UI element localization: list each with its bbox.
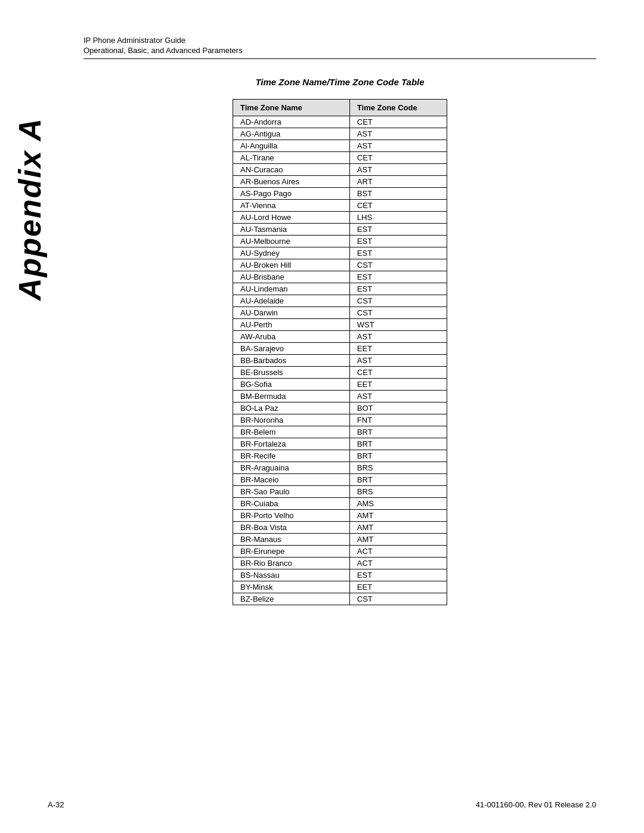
table-row: AU-Broken HillCST: [233, 259, 447, 271]
timezone-name: BR-Boa Vista: [233, 522, 350, 534]
timezone-name: AT-Vienna: [233, 200, 350, 212]
timezone-code: BRT: [349, 450, 447, 462]
timezone-name: BR-Araguaina: [233, 462, 350, 474]
table-row: BR-EirunepeACT: [233, 546, 447, 558]
timezone-name: BG-Sofia: [233, 379, 350, 391]
timezone-code: CST: [349, 307, 447, 319]
table-row: BR-BelemBRT: [233, 426, 447, 438]
timezone-name: BR-Cuiaba: [233, 498, 350, 510]
timezone-name: AL-Tirane: [233, 152, 350, 164]
table-header-row: Time Zone Name Time Zone Code: [233, 100, 447, 116]
timezone-code: AST: [349, 128, 447, 140]
timezone-name: BR-Recife: [233, 450, 350, 462]
appendix-label: Appendix A: [12, 117, 48, 301]
timezone-code: LHS: [349, 212, 447, 224]
table-body: AD-AndorraCETAG-AntiguaASTAl-AnguillaAST…: [233, 116, 447, 605]
timezone-name: BR-Sao Paulo: [233, 486, 350, 498]
timezone-name: BR-Fortaleza: [233, 438, 350, 450]
timezone-name: BB-Barbados: [233, 355, 350, 367]
table-row: BR-AraguainaBRS: [233, 462, 447, 474]
table-row: BS-NassauEST: [233, 569, 447, 581]
timezone-code: EET: [349, 343, 447, 355]
table-row: BR-ManausAMT: [233, 534, 447, 546]
timezone-code: AMT: [349, 522, 447, 534]
timezone-code: AMT: [349, 534, 447, 546]
table-row: Al-AnguillaAST: [233, 140, 447, 152]
timezone-code: CET: [349, 116, 447, 128]
timezone-name: AG-Antigua: [233, 128, 350, 140]
timezone-name: BR-Maceio: [233, 474, 350, 486]
timezone-code: EST: [349, 247, 447, 259]
timezone-code: BRT: [349, 474, 447, 486]
timezone-code: ART: [349, 176, 447, 188]
table-row: AU-DarwinCST: [233, 307, 447, 319]
timezone-code: EST: [349, 283, 447, 295]
table-row: AU-Lord HoweLHS: [233, 212, 447, 224]
table-row: AU-BrisbaneEST: [233, 271, 447, 283]
table-row: BR-Sao PauloBRS: [233, 486, 447, 498]
timezone-name: BR-Manaus: [233, 534, 350, 546]
timezone-code: CST: [349, 259, 447, 271]
timezone-code: CST: [349, 295, 447, 307]
appendix-sidebar: Appendix A: [12, 89, 48, 328]
timezone-code: EST: [349, 271, 447, 283]
timezone-name: AR-Buenos Aires: [233, 176, 350, 188]
footer-left: A-32: [48, 800, 64, 809]
timezone-name: BR-Belem: [233, 426, 350, 438]
table-row: AU-SydneyEST: [233, 247, 447, 259]
table-row: BR-Porto VelhoAMT: [233, 510, 447, 522]
table-row: AG-AntiguaAST: [233, 128, 447, 140]
timezone-code: AST: [349, 164, 447, 176]
timezone-code: BST: [349, 188, 447, 200]
table-row: AN-CuracaoAST: [233, 164, 447, 176]
timezone-code: CET: [349, 200, 447, 212]
table-row: BZ-BelizeCST: [233, 593, 447, 605]
timezone-code: AMS: [349, 498, 447, 510]
timezone-table: Time Zone Name Time Zone Code AD-Andorra…: [233, 99, 447, 605]
table-row: BY-MinskEET: [233, 581, 447, 593]
page-container: Appendix A IP Phone Administrator Guide …: [0, 0, 644, 833]
timezone-code: CST: [349, 593, 447, 605]
timezone-code: ACT: [349, 558, 447, 569]
timezone-name: AN-Curacao: [233, 164, 350, 176]
table-row: AS-Pago PagoBST: [233, 188, 447, 200]
table-row: AU-LindemanEST: [233, 283, 447, 295]
timezone-name: AU-Broken Hill: [233, 259, 350, 271]
table-row: BB-BarbadosAST: [233, 355, 447, 367]
timezone-name: AU-Lord Howe: [233, 212, 350, 224]
timezone-code: BRT: [349, 438, 447, 450]
timezone-name: BR-Porto Velho: [233, 510, 350, 522]
table-row: BR-CuiabaAMS: [233, 498, 447, 510]
timezone-name: BE-Brussels: [233, 367, 350, 379]
table-row: BR-RecifeBRT: [233, 450, 447, 462]
timezone-code: EET: [349, 379, 447, 391]
timezone-name: AU-Brisbane: [233, 271, 350, 283]
table-row: AU-TasmaniaEST: [233, 224, 447, 236]
timezone-code: BRS: [349, 462, 447, 474]
timezone-name: AU-Lindeman: [233, 283, 350, 295]
timezone-name: AS-Pago Pago: [233, 188, 350, 200]
page-header: IP Phone Administrator Guide Operational…: [83, 36, 596, 59]
timezone-code: FNT: [349, 414, 447, 426]
table-row: AL-TiraneCET: [233, 152, 447, 164]
timezone-name: BM-Bermuda: [233, 391, 350, 402]
table-row: BR-MaceioBRT: [233, 474, 447, 486]
timezone-code: AST: [349, 331, 447, 343]
timezone-name: AU-Darwin: [233, 307, 350, 319]
timezone-code: BRS: [349, 486, 447, 498]
table-row: BO-La PazBOT: [233, 402, 447, 414]
timezone-code: WST: [349, 319, 447, 331]
table-row: BE-BrusselsCET: [233, 367, 447, 379]
timezone-name: BY-Minsk: [233, 581, 350, 593]
table-row: AD-AndorraCET: [233, 116, 447, 128]
header-line2: Operational, Basic, and Advanced Paramet…: [83, 46, 596, 55]
table-row: BG-SofiaEET: [233, 379, 447, 391]
col1-header: Time Zone Name: [233, 100, 350, 116]
table-row: AU-PerthWST: [233, 319, 447, 331]
table-row: BR-FortalezaBRT: [233, 438, 447, 450]
header-divider: [83, 58, 596, 59]
timezone-name: BZ-Belize: [233, 593, 350, 605]
timezone-name: BR-Rio Branco: [233, 558, 350, 569]
table-row: AR-Buenos AiresART: [233, 176, 447, 188]
timezone-name: AW-Aruba: [233, 331, 350, 343]
